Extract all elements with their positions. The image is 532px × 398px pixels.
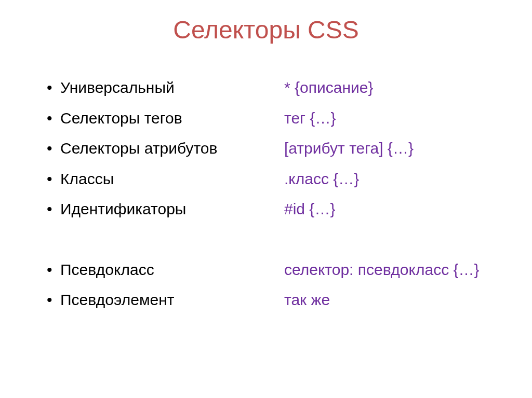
- syntax-example: * {описание}: [284, 73, 501, 103]
- content-columns: Универсальный Селекторы тегов Селекторы …: [31, 73, 501, 315]
- list-item: Классы: [47, 164, 263, 195]
- syntax-example: тег {…}: [284, 103, 501, 134]
- list-item: Универсальный: [47, 73, 263, 103]
- syntax-example: так же: [284, 285, 501, 315]
- syntax-example: .класс {…}: [284, 164, 501, 195]
- slide-title: Селекторы CSS: [31, 16, 501, 44]
- pseudo-types-list: Псевдокласс Псевдоэлемент: [47, 255, 263, 315]
- spacer: [47, 225, 263, 255]
- list-item: Псевдокласс: [47, 255, 263, 285]
- syntax-example: селектор: псевдокласс {…}: [284, 255, 501, 285]
- list-item: Идентификаторы: [47, 194, 263, 225]
- syntax-examples-column: * {описание} тег {…} [атрибут тега] {…} …: [284, 73, 501, 315]
- list-item: Селекторы тегов: [47, 103, 263, 134]
- selector-types-list: Универсальный Селекторы тегов Селекторы …: [47, 73, 263, 225]
- spacer: [284, 225, 501, 255]
- syntax-example: #id {…}: [284, 194, 501, 225]
- selector-types-column: Универсальный Селекторы тегов Селекторы …: [31, 73, 263, 315]
- list-item: Селекторы атрибутов: [47, 133, 263, 164]
- list-item: Псевдоэлемент: [47, 285, 263, 315]
- syntax-example: [атрибут тега] {…}: [284, 133, 501, 164]
